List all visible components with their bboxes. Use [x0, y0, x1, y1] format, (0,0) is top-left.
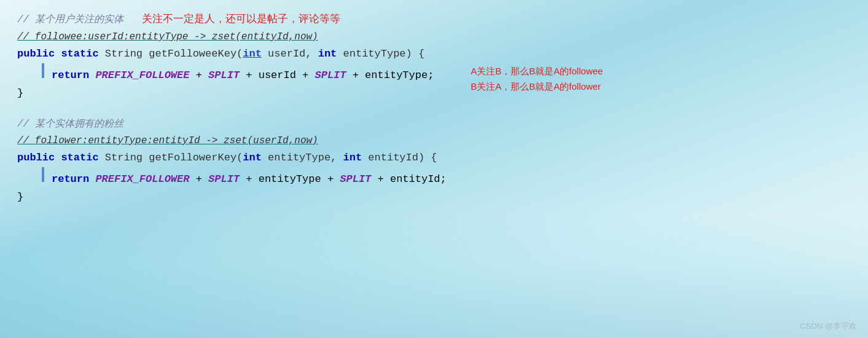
wave-decoration [0, 215, 868, 338]
const-split-3: SPLIT [208, 171, 240, 189]
return-and-annotation: return PREFIX_FOLLOWEE + SPLIT + userId … [17, 63, 851, 103]
comment-line-2: // followee:userId:entityType -> zset(en… [17, 29, 851, 45]
comment-text-4: // follower:entityType:entityId -> zset(… [17, 133, 318, 149]
code-line-followee-sig: public static String getFolloweeKey( int… [17, 45, 851, 63]
bar-indicator [42, 63, 44, 78]
return-rest-2: + entityId; [371, 171, 446, 189]
annotation-block: A关注B，那么B就是A的followee B关注A，那么B就是A的followe… [471, 63, 603, 95]
operator-plus-4: + entityType + [240, 171, 340, 189]
code-line-close-1: } [17, 85, 434, 103]
code-line-follower-sig: public static String getFollowerKey( int… [17, 149, 851, 167]
keyword-static-2: static [61, 149, 98, 167]
const-split-2: SPLIT [315, 67, 346, 85]
follower-block: // 某个实体拥有的粉丝 // follower:entityType:enti… [17, 116, 851, 206]
keyword-int-3: int [243, 149, 262, 167]
keyword-public-2: public [17, 149, 55, 167]
keyword-return-2: return [52, 171, 95, 189]
keyword-public: public [17, 45, 55, 63]
watermark: CSDN @李宇欢 [800, 321, 857, 332]
keyword-int-1: int [243, 45, 262, 63]
keyword-static: static [61, 45, 98, 63]
comment-text-1: // 某个用户关注的实体 [17, 12, 123, 28]
const-split-1: SPLIT [208, 67, 240, 85]
comment-text-3: // 某个实体拥有的粉丝 [17, 116, 123, 133]
comment-line-1: // 某个用户关注的实体 关注不一定是人，还可以是帖子，评论等等 [17, 11, 851, 29]
return-line-group: return PREFIX_FOLLOWEE + SPLIT + userId … [17, 63, 434, 103]
keyword-int-2: int [318, 45, 337, 63]
keyword-int-4: int [343, 149, 362, 167]
code-content: // 某个用户关注的实体 关注不一定是人，还可以是帖子，评论等等 // foll… [0, 0, 868, 222]
note-line-2: B关注A，那么B就是A的follower [471, 79, 603, 95]
comment-line-4: // follower:entityType:entityId -> zset(… [17, 133, 851, 149]
comment-line-3: // 某个实体拥有的粉丝 [17, 116, 851, 133]
section-gap [17, 108, 851, 116]
bar-indicator-2 [42, 167, 44, 182]
operator-plus-3: + [189, 171, 208, 189]
param-entitytype-2: entityType, [262, 149, 343, 167]
close-brace-1: } [17, 85, 23, 103]
comment-text-2: // followee:userId:entityType -> zset(en… [17, 29, 318, 45]
note-line-1: A关注B，那么B就是A的followee [471, 63, 603, 79]
const-prefix-follower: PREFIX_FOLLOWER [95, 171, 189, 189]
return-type-2: String getFollowerKey( [105, 149, 243, 167]
operator-plus-2: + userId + [240, 67, 315, 85]
const-prefix-followee: PREFIX_FOLLOWEE [95, 67, 189, 85]
param-entitytype: entityType) { [337, 45, 424, 63]
const-split-4: SPLIT [340, 171, 371, 189]
code-line-return-follower: return PREFIX_FOLLOWER + SPLIT + entityT… [17, 167, 851, 189]
return-rest: + entityType; [346, 67, 434, 85]
return-type: String getFolloweeKey( [105, 45, 243, 63]
keyword-return: return [52, 67, 95, 85]
code-line-return-followee: return PREFIX_FOLLOWEE + SPLIT + userId … [17, 63, 434, 85]
param-userid: userId, [262, 45, 318, 63]
comment-annotation-1: 关注不一定是人，还可以是帖子，评论等等 [142, 11, 340, 29]
close-brace-2: } [17, 189, 23, 206]
param-entityid: entityId) { [362, 149, 437, 167]
operator-plus-1: + [189, 67, 208, 85]
followee-block: // 某个用户关注的实体 关注不一定是人，还可以是帖子，评论等等 // foll… [17, 11, 851, 103]
code-line-close-2: } [17, 189, 851, 206]
